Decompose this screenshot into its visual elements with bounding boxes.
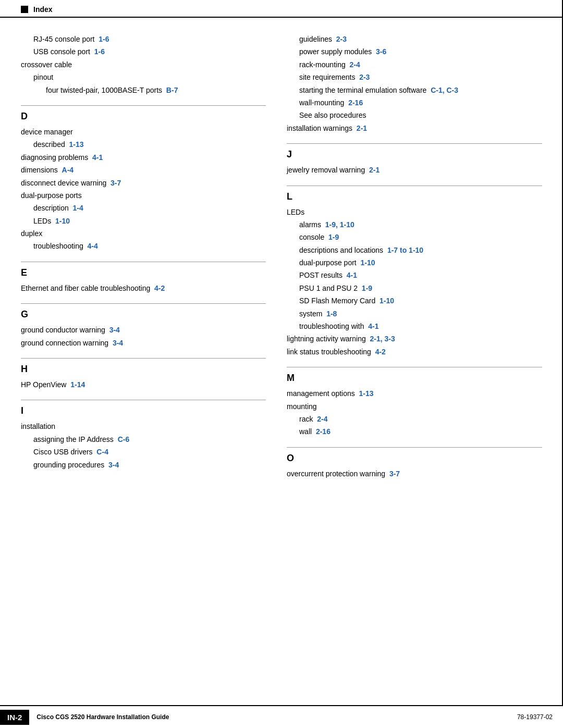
section-L: L LEDs alarms 1-9, 1-10 console 1-9 desc… xyxy=(287,186,542,358)
list-item: rack-mounting 2-4 xyxy=(287,59,542,70)
list-item: installation xyxy=(21,421,266,432)
list-item: ground conductor warning 3-4 xyxy=(21,324,266,336)
list-item: assigning the IP Address C-6 xyxy=(21,434,266,445)
list-item: console 1-9 xyxy=(287,231,542,243)
page-container: Index RJ-45 console port 1-6 USB console… xyxy=(0,0,563,728)
section-header-E: E xyxy=(21,267,266,278)
main-content: RJ-45 console port 1-6 USB console port … xyxy=(0,18,563,522)
list-item: dual-purpose ports xyxy=(21,190,266,201)
list-item: ground connection warning 3-4 xyxy=(21,337,266,349)
list-item: disconnect device warning 3-7 xyxy=(21,177,266,189)
page-number: IN-2 xyxy=(0,710,29,725)
divider-M xyxy=(287,367,542,367)
section-header-J: J xyxy=(287,149,542,160)
section-D: D device manager described 1-13 diagnosi… xyxy=(21,105,266,252)
list-item: RJ-45 console port 1-6 xyxy=(21,33,266,45)
section-header-L: L xyxy=(287,191,542,202)
right-column: guidelines 2-3 power supply modules 3-6 … xyxy=(282,33,542,480)
list-item: dimensions A-4 xyxy=(21,164,266,176)
list-item: Cisco USB drivers C-4 xyxy=(21,446,266,458)
bottom-bar: IN-2 Cisco CGS 2520 Hardware Installatio… xyxy=(0,705,563,728)
divider-D xyxy=(21,105,266,106)
list-item: lightning activity warning 2-1, 3-3 xyxy=(287,333,542,344)
section-header-I: I xyxy=(21,405,266,416)
list-item: pinout xyxy=(21,71,266,83)
list-item: USB console port 1-6 xyxy=(21,46,266,57)
list-item: descriptions and locations 1-7 to 1-10 xyxy=(287,244,542,256)
bottom-left: IN-2 Cisco CGS 2520 Hardware Installatio… xyxy=(0,710,169,725)
index-icon xyxy=(21,6,28,13)
section-H: H HP OpenView 1-14 xyxy=(21,358,266,390)
section-header-M: M xyxy=(287,373,542,384)
section-J: J jewelry removal warning 2-1 xyxy=(287,143,542,176)
list-item: alarms 1-9, 1-10 xyxy=(287,219,542,230)
top-bar: Index xyxy=(0,0,563,18)
section-header-O: O xyxy=(287,453,542,464)
intro-entries-left: RJ-45 console port 1-6 USB console port … xyxy=(21,33,266,96)
left-column: RJ-45 console port 1-6 USB console port … xyxy=(21,33,282,480)
document-ref: 78-19377-02 xyxy=(517,713,553,721)
section-G: G ground conductor warning 3-4 ground co… xyxy=(21,303,266,349)
list-item: overcurrent protection warning 3-7 xyxy=(287,468,542,479)
list-item: mounting xyxy=(287,401,542,412)
divider-J xyxy=(287,143,542,144)
list-item: site requirements 2-3 xyxy=(287,71,542,83)
list-item: HP OpenView 1-14 xyxy=(21,379,266,390)
list-item: crossover cable xyxy=(21,59,266,70)
list-item: grounding procedures 3-4 xyxy=(21,459,266,471)
list-item: rack 2-4 xyxy=(287,413,542,425)
list-item: system 1-8 xyxy=(287,308,542,319)
section-O: O overcurrent protection warning 3-7 xyxy=(287,447,542,479)
document-title: Cisco CGS 2520 Hardware Installation Gui… xyxy=(36,713,169,721)
list-item: link status troubleshooting 4-2 xyxy=(287,346,542,357)
list-item: troubleshooting 4-4 xyxy=(21,240,266,252)
section-header-G: G xyxy=(21,309,266,320)
divider-E xyxy=(21,262,266,262)
list-item: PSU 1 and PSU 2 1-9 xyxy=(287,282,542,294)
list-item: management options 1-13 xyxy=(287,388,542,399)
list-item: LEDs xyxy=(287,206,542,218)
section-I: I installation assigning the IP Address … xyxy=(21,400,266,471)
list-item: dual-purpose port 1-10 xyxy=(287,257,542,268)
list-item: wall-mounting 2-16 xyxy=(287,97,542,108)
list-item: SD Flash Memory Card 1-10 xyxy=(287,295,542,306)
intro-entries-right: guidelines 2-3 power supply modules 3-6 … xyxy=(287,33,542,134)
divider-G xyxy=(21,303,266,304)
list-item: jewelry removal warning 2-1 xyxy=(287,164,542,176)
list-item: diagnosing problems 4-1 xyxy=(21,152,266,163)
section-header-H: H xyxy=(21,364,266,375)
list-item: starting the terminal emulation software… xyxy=(287,84,542,96)
list-item: power supply modules 3-6 xyxy=(287,46,542,57)
list-item: POST results 4-1 xyxy=(287,269,542,281)
list-item: device manager xyxy=(21,126,266,138)
top-bar-title: Index xyxy=(33,5,53,14)
section-header-D: D xyxy=(21,111,266,122)
list-item: four twisted-pair, 1000BASE-T ports B-7 xyxy=(21,84,266,96)
divider-I xyxy=(21,400,266,400)
list-item: description 1-4 xyxy=(21,202,266,214)
list-item: See also procedures xyxy=(287,109,542,121)
list-item: guidelines 2-3 xyxy=(287,33,542,45)
list-item: installation warnings 2-1 xyxy=(287,122,542,134)
section-M: M management options 1-13 mounting rack … xyxy=(287,367,542,438)
section-E: E Ethernet and fiber cable troubleshooti… xyxy=(21,262,266,294)
list-item: duplex xyxy=(21,228,266,239)
list-item: described 1-13 xyxy=(21,139,266,150)
divider-H xyxy=(21,358,266,359)
list-item: Ethernet and fiber cable troubleshooting… xyxy=(21,282,266,294)
divider-O xyxy=(287,447,542,448)
list-item: LEDs 1-10 xyxy=(21,215,266,227)
list-item: wall 2-16 xyxy=(287,426,542,437)
divider-L xyxy=(287,186,542,186)
list-item: troubleshooting with 4-1 xyxy=(287,320,542,332)
